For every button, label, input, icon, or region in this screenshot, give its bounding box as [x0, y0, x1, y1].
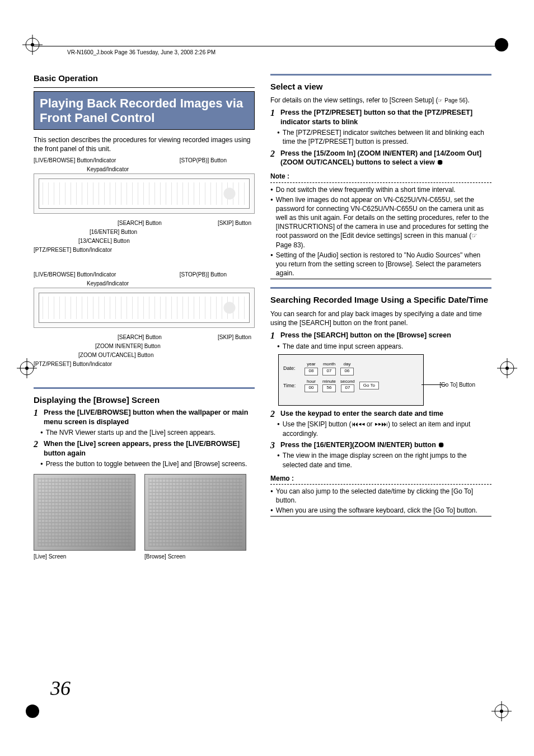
goto-callout: [Go To] Button	[439, 381, 475, 389]
sv-step1: Press the [PTZ/PRESET] button so that th…	[280, 108, 491, 127]
svg-point-17	[500, 710, 503, 713]
second-input[interactable]: 07	[341, 384, 354, 392]
step-number: 2	[270, 409, 280, 419]
svg-point-8	[25, 367, 29, 370]
label-enter16: [16/ENTER] Button	[90, 228, 137, 236]
step-number: 2	[34, 439, 44, 458]
registration-mark-icon	[22, 35, 43, 55]
label-keypad: Keypad/Indicator	[87, 166, 129, 173]
search-step3: Press the [16/ENTER](ZOOM IN/ENTER) butt…	[280, 440, 445, 450]
svg-point-12	[505, 367, 509, 370]
front-panel-diagram-2: [LIVE/BROWSE] Button/Indicator [STOP(PB)…	[34, 271, 255, 383]
minute-input[interactable]: 56	[322, 384, 336, 392]
label-search: [SEARCH] Button	[118, 334, 162, 341]
main-heading: Playing Back Recorded Images via Front P…	[34, 91, 255, 130]
search-intro: You can search for and play back images …	[270, 309, 491, 327]
label-live-browse: [LIVE/BROWSE] Button/Indicator	[34, 271, 116, 279]
step1-bullet: The NVR Viewer starts up and the [Live] …	[40, 428, 255, 437]
label-search: [SEARCH] Button	[118, 219, 162, 227]
chapter-title: Basic Operation	[34, 73, 255, 84]
subhead-browse: Displaying the [Browse] Screen	[34, 395, 255, 406]
goto-panel: Date: year08 month07 day06 Time: hour00 …	[278, 354, 424, 406]
search-step3-bullet: The view in the image display screen on …	[277, 451, 491, 469]
header-rule	[34, 46, 500, 47]
year-input[interactable]: 08	[305, 368, 318, 375]
note-label: Note :	[270, 172, 491, 181]
svg-point-4	[495, 38, 508, 51]
month-input[interactable]: 07	[322, 368, 336, 375]
label-skip: [SKIP] Button	[218, 219, 251, 227]
browse-screen-thumbnail	[144, 474, 246, 551]
memo-label: Memo :	[270, 474, 491, 483]
label-keypad: Keypad/Indicator	[87, 280, 129, 288]
hour-input[interactable]: 00	[305, 384, 318, 392]
sv-step1-bullet: The [PTZ/PRESET] indicator switches betw…	[277, 128, 491, 146]
label-live-browse: [LIVE/BROWSE] Button/Indicator	[34, 157, 116, 165]
label-skip: [SKIP] Button	[218, 334, 251, 341]
note-item: Do not switch the view frequently within…	[270, 185, 491, 194]
registration-mark-icon	[497, 358, 517, 378]
label-stop: [STOP(PB)] Button	[180, 157, 227, 165]
right-column: Select a view For details on the view se…	[270, 73, 491, 561]
search-step1: Press the [SEARCH] button on the [Browse…	[280, 331, 451, 341]
goto-button[interactable]: Go To	[359, 382, 379, 390]
search-step2-bullet: Use the [SKIP] button (⏮◀◀ or ▶▶⏭) to se…	[277, 420, 491, 438]
label-stop: [STOP(PB)] Button	[180, 271, 227, 279]
page-number: 36	[50, 677, 71, 700]
left-column: Basic Operation Playing Back Recorded Im…	[34, 73, 255, 561]
step-number: 3	[270, 440, 280, 450]
manual-page: VR-N1600_J.book Page 36 Tuesday, June 3,…	[0, 0, 534, 756]
svg-point-13	[26, 705, 39, 718]
label-ptz: [PTZ/PRESET] Button/Indicator	[34, 246, 112, 254]
label-zoom-in: [ZOOM IN/ENTER] Button	[95, 342, 161, 350]
step-number: 1	[34, 408, 44, 427]
search-step2: Use the keypad to enter the search date …	[280, 409, 443, 419]
sv-step2: Press the [15/Zoom In] (ZOOM IN/ENTER) a…	[280, 149, 491, 168]
search-step1-bullet: The date and time input screen appears.	[277, 342, 491, 351]
registration-mark-icon	[491, 701, 512, 721]
step2-text: When the [Live] screen appears, press th…	[44, 439, 255, 458]
front-panel-diagram-1: [LIVE/BROWSE] Button/Indicator [STOP(PB)…	[34, 157, 255, 263]
subhead-select-view: Select a view	[270, 81, 491, 92]
label-cancel13: [13/CANCEL] Button	[78, 237, 130, 245]
registration-mark-icon	[22, 701, 43, 721]
memo-item: When you are using the software keyboard…	[270, 506, 491, 515]
subhead-search: Searching Recorded Image Using a Specifi…	[270, 294, 491, 306]
book-header-line: VR-N1600_J.book Page 36 Tuesday, June 3,…	[67, 49, 216, 55]
time-label: Time:	[283, 382, 300, 389]
note-item: Setting of the [Audio] section is restor…	[270, 251, 491, 278]
live-caption: [Live] Screen	[34, 553, 135, 561]
select-view-intro: For details on the view settings, refer …	[270, 96, 491, 105]
registration-mark-icon	[491, 35, 512, 55]
live-screen-thumbnail	[34, 474, 135, 551]
step1-text: Press the [LIVE/BROWSE] button when the …	[44, 408, 255, 427]
step-number: 1	[270, 108, 280, 127]
label-ptz: [PTZ/PRESET] Button/Indicator	[34, 360, 112, 368]
memo-item: You can also jump to the selected date/t…	[270, 487, 491, 505]
label-zoom-out: [ZOOM OUT/CANCEL] Button	[78, 351, 153, 359]
intro-text: This section describes the procedures fo…	[34, 135, 255, 153]
page-ref-icon: ☞ Page 56	[438, 97, 465, 104]
step-number: 2	[270, 149, 280, 168]
day-input[interactable]: 06	[340, 368, 354, 375]
date-label: Date:	[283, 365, 300, 372]
step2-bullet: Press the button to toggle between the […	[40, 459, 255, 468]
step-number: 1	[270, 331, 280, 341]
note-item: When live images do not appear on VN-C62…	[270, 195, 491, 250]
browse-caption: [Browse] Screen	[144, 553, 246, 561]
